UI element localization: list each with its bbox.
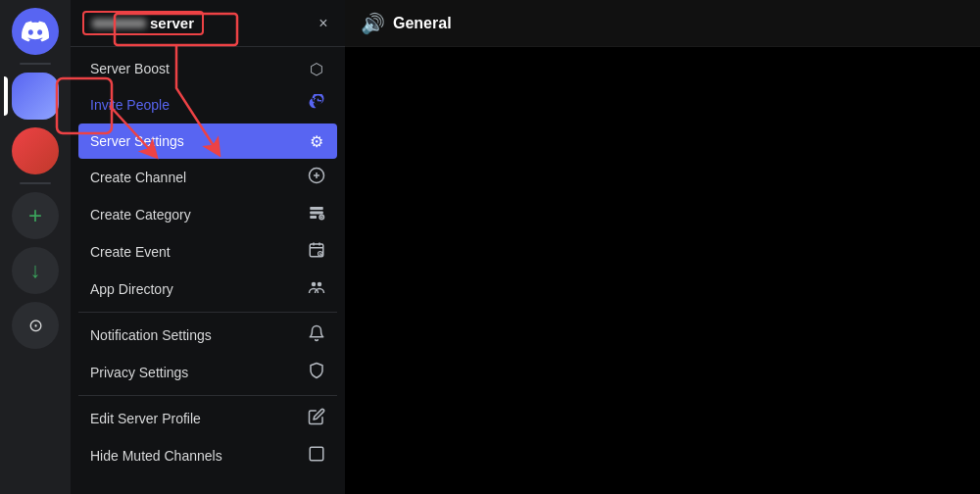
separator-1 xyxy=(78,312,337,313)
menu-item-notification-settings[interactable]: Notification Settings xyxy=(78,317,337,354)
svg-rect-4 xyxy=(310,212,323,215)
svg-point-18 xyxy=(318,282,322,287)
menu-item-create-channel[interactable]: Create Channel xyxy=(78,159,337,196)
server-settings-label: Server Settings xyxy=(90,133,184,149)
app-directory-label: App Directory xyxy=(90,281,173,297)
create-channel-label: Create Channel xyxy=(90,170,186,185)
svg-rect-5 xyxy=(310,216,317,219)
discover-icon: ⊙ xyxy=(28,317,43,334)
gear-icon: ⚙ xyxy=(308,132,325,151)
download-apps-button[interactable]: ↓ xyxy=(12,247,59,294)
sidebar-divider-1 xyxy=(20,63,51,65)
server-sidebar: + ↓ ⊙ xyxy=(0,0,71,494)
menu-item-privacy-settings[interactable]: Privacy Settings xyxy=(78,354,337,391)
svg-rect-3 xyxy=(310,207,323,210)
discord-home-button[interactable] xyxy=(12,8,59,55)
shield-icon xyxy=(308,362,325,383)
server-name-label: server xyxy=(150,15,194,31)
discover-button[interactable]: ⊙ xyxy=(12,302,59,349)
pencil-icon xyxy=(308,408,325,429)
plus-icon: + xyxy=(28,204,42,227)
context-menu: server × Server Boost ⬡ Invite People xyxy=(71,0,345,494)
bell-icon xyxy=(308,324,325,346)
app-directory-icon xyxy=(308,278,325,300)
create-event-icon xyxy=(308,241,325,263)
server-boost-label: Server Boost xyxy=(90,61,170,76)
edit-server-profile-label: Edit Server Profile xyxy=(90,411,201,426)
separator-2 xyxy=(78,395,337,396)
context-menu-header: server × xyxy=(71,0,345,47)
boost-icon: ⬡ xyxy=(308,60,325,78)
red-server-icon[interactable] xyxy=(12,127,59,174)
voice-channel-icon: 🔊 xyxy=(361,12,385,35)
menu-item-invite-people[interactable]: Invite People xyxy=(78,86,337,124)
server-name-box: server xyxy=(82,11,204,35)
menu-item-hide-muted-channels[interactable]: Hide Muted Channels xyxy=(78,437,337,474)
invite-icon xyxy=(308,94,325,116)
menu-item-create-event[interactable]: Create Event xyxy=(78,233,337,271)
create-category-label: Create Category xyxy=(90,207,191,222)
sidebar-divider-2 xyxy=(20,182,51,184)
channel-body xyxy=(345,47,980,494)
close-button[interactable]: × xyxy=(314,14,333,33)
channel-header: 🔊 General xyxy=(345,0,980,47)
privacy-settings-label: Privacy Settings xyxy=(90,365,188,380)
svg-point-17 xyxy=(312,282,317,287)
create-event-label: Create Event xyxy=(90,244,171,260)
main-content: 🔊 General xyxy=(345,0,980,494)
menu-item-server-settings[interactable]: Server Settings ⚙ xyxy=(78,124,337,159)
download-icon: ↓ xyxy=(30,260,41,281)
menu-item-app-directory[interactable]: App Directory xyxy=(78,271,337,308)
menu-item-server-boost[interactable]: Server Boost ⬡ xyxy=(78,51,337,86)
invite-people-label: Invite People xyxy=(90,97,170,113)
notification-settings-label: Notification Settings xyxy=(90,327,212,343)
selected-pill xyxy=(4,76,8,116)
blue-server-icon[interactable] xyxy=(12,73,59,120)
hide-muted-channels-label: Hide Muted Channels xyxy=(90,448,222,464)
menu-item-create-category[interactable]: Create Category xyxy=(78,196,337,233)
add-server-button[interactable]: + xyxy=(12,192,59,239)
create-category-icon xyxy=(308,204,325,225)
channel-name: General xyxy=(393,15,452,32)
menu-item-edit-server-profile[interactable]: Edit Server Profile xyxy=(78,400,337,437)
context-menu-list: Server Boost ⬡ Invite People Server Sett… xyxy=(71,47,345,494)
create-channel-icon xyxy=(308,167,325,188)
server-name-blurred xyxy=(92,19,146,28)
checkbox-icon xyxy=(308,445,325,467)
svg-rect-19 xyxy=(310,447,323,461)
